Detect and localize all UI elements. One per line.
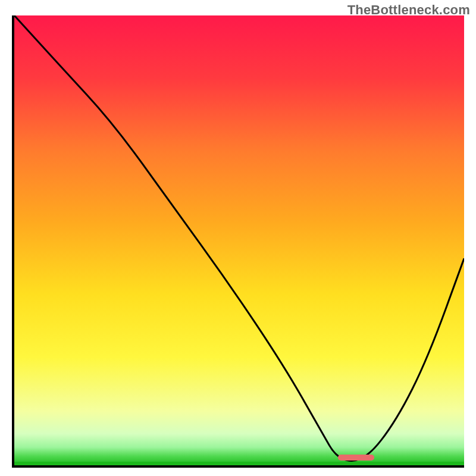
baseline-green [14, 462, 464, 465]
curve-layer [14, 15, 464, 465]
optimal-marker [338, 455, 374, 461]
plot-area [12, 15, 464, 468]
chart-container: TheBottleneck.com [0, 0, 476, 476]
bottleneck-curve-path [14, 15, 464, 461]
